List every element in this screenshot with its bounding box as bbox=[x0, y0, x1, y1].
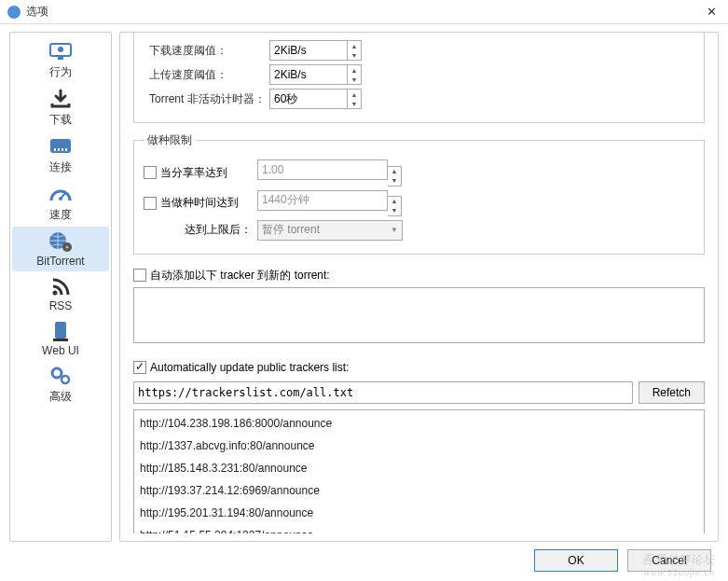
svg-point-1 bbox=[58, 47, 63, 52]
tracker-entry: http://1337.abcvg.info:80/announce bbox=[138, 435, 700, 457]
ok-button[interactable]: OK bbox=[534, 549, 618, 572]
seedtime-label: 当做种时间达到 bbox=[160, 195, 257, 211]
sidebar-item-bittorrent[interactable]: BitTorrent bbox=[12, 227, 109, 271]
autotracker-textarea[interactable] bbox=[133, 287, 705, 343]
public-trackers-url-input[interactable] bbox=[133, 381, 633, 404]
svg-rect-2 bbox=[58, 57, 63, 60]
seedtime-input[interactable] bbox=[257, 190, 388, 211]
svg-rect-15 bbox=[53, 339, 68, 341]
svg-rect-4 bbox=[54, 148, 56, 151]
inactive-timer-label: Torrent 非活动计时器： bbox=[144, 91, 269, 107]
close-icon[interactable]: ✕ bbox=[703, 5, 721, 19]
rss-icon bbox=[48, 275, 74, 297]
seedtime-checkbox[interactable] bbox=[144, 197, 157, 210]
sidebar-item-behavior[interactable]: 行为 bbox=[12, 36, 109, 84]
tracker-entry: http://51.15.55.204:1337/announce bbox=[138, 524, 700, 534]
tracker-entry: http://104.238.198.186:8000/announce bbox=[138, 412, 700, 435]
monitor-icon bbox=[48, 40, 74, 62]
gauge-icon bbox=[48, 183, 74, 205]
ul-threshold-input[interactable] bbox=[269, 64, 348, 85]
reach-action-combo[interactable]: 暂停 torrent▼ bbox=[257, 220, 403, 241]
ratio-checkbox[interactable] bbox=[144, 166, 157, 179]
seed-limits-legend: 做种限制 bbox=[144, 132, 196, 148]
svg-point-16 bbox=[52, 368, 62, 378]
content-pane: 下载速度阈值： ▲▼ 上传速度阈值： ▲▼ Torrent 非活动计时器： ▲▼… bbox=[119, 32, 719, 542]
download-icon bbox=[48, 88, 74, 110]
sidebar: 行为 下载 连接 速度 BitTorrent RSS Web UI 高级 bbox=[9, 32, 112, 542]
sidebar-item-label: 速度 bbox=[49, 207, 72, 223]
inactive-timer-input[interactable] bbox=[269, 89, 348, 109]
svg-point-13 bbox=[53, 291, 58, 296]
seed-limits-group: 做种限制 当分享率达到 ▲▼ 当做种时间达到 ▲▼ 达到上限后： 暂停 torr… bbox=[133, 132, 705, 255]
spin-buttons[interactable]: ▲▼ bbox=[388, 196, 402, 216]
sidebar-item-label: 连接 bbox=[49, 159, 72, 175]
sidebar-item-label: 高级 bbox=[49, 389, 72, 405]
dl-threshold-label: 下载速度阈值： bbox=[144, 43, 269, 59]
sidebar-item-rss[interactable]: RSS bbox=[12, 271, 109, 316]
svg-rect-3 bbox=[50, 139, 71, 153]
svg-rect-14 bbox=[55, 322, 66, 339]
svg-rect-7 bbox=[65, 148, 67, 151]
sidebar-item-label: 下载 bbox=[49, 112, 72, 128]
window-title: 选项 bbox=[26, 4, 703, 20]
refetch-button[interactable]: Refetch bbox=[639, 381, 705, 404]
spin-buttons[interactable]: ▲▼ bbox=[348, 89, 362, 109]
ratio-input[interactable] bbox=[257, 159, 388, 180]
sidebar-item-connection[interactable]: 连接 bbox=[12, 131, 109, 179]
svg-point-9 bbox=[59, 197, 62, 201]
app-icon bbox=[7, 6, 21, 19]
sidebar-item-speed[interactable]: 速度 bbox=[12, 179, 109, 227]
sidebar-item-label: RSS bbox=[49, 299, 73, 312]
spin-buttons[interactable]: ▲▼ bbox=[348, 40, 362, 61]
sidebar-item-label: Web UI bbox=[42, 344, 79, 357]
sidebar-item-label: 行为 bbox=[49, 64, 72, 80]
sidebar-item-webui[interactable]: Web UI bbox=[12, 316, 109, 361]
public-trackers-checkbox[interactable] bbox=[133, 361, 146, 374]
ul-threshold-label: 上传速度阈值： bbox=[144, 67, 269, 83]
tracker-entry: http://195.201.31.194:80/announce bbox=[138, 502, 700, 524]
sidebar-item-advanced[interactable]: 高级 bbox=[12, 361, 109, 408]
gears-icon bbox=[48, 365, 74, 387]
tracker-entry: http://193.37.214.12:6969/announce bbox=[138, 479, 700, 502]
ethernet-icon bbox=[48, 135, 74, 158]
server-icon bbox=[48, 320, 74, 342]
dialog-buttons: OK Cancel bbox=[534, 549, 711, 572]
svg-point-17 bbox=[62, 376, 69, 383]
autotracker-checkbox[interactable] bbox=[133, 269, 146, 282]
trackers-list[interactable]: http://104.238.198.186:8000/announcehttp… bbox=[133, 409, 705, 534]
autotracker-label: 自动添加以下 tracker 到新的 torrent: bbox=[150, 268, 330, 284]
svg-rect-6 bbox=[62, 148, 63, 151]
svg-point-12 bbox=[66, 246, 69, 249]
sidebar-item-label: BitTorrent bbox=[36, 255, 84, 268]
reach-label: 达到上限后： bbox=[160, 222, 257, 238]
queue-settings-partial: 下载速度阈值： ▲▼ 上传速度阈值： ▲▼ Torrent 非活动计时器： ▲▼ bbox=[133, 33, 705, 123]
titlebar: 选项 ✕ bbox=[0, 0, 728, 24]
dl-threshold-input[interactable] bbox=[269, 40, 348, 61]
public-trackers-label: Automatically update public trackers lis… bbox=[150, 361, 349, 374]
cancel-button[interactable]: Cancel bbox=[627, 549, 711, 572]
ratio-label: 当分享率达到 bbox=[160, 165, 257, 181]
svg-rect-5 bbox=[58, 148, 60, 151]
chevron-down-icon: ▼ bbox=[391, 226, 398, 234]
spin-buttons[interactable]: ▲▼ bbox=[348, 64, 362, 85]
globe-gear-icon bbox=[48, 230, 74, 253]
sidebar-item-download[interactable]: 下载 bbox=[12, 84, 109, 131]
tracker-entry: http://185.148.3.231:80/announce bbox=[138, 457, 700, 479]
spin-buttons[interactable]: ▲▼ bbox=[388, 166, 402, 187]
